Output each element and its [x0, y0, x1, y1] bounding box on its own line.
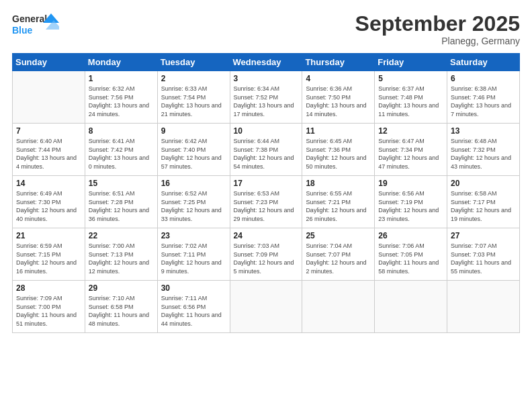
day-cell: 17Sunrise: 6:53 AM Sunset: 7:23 PM Dayli… [230, 176, 302, 228]
day-info: Sunrise: 7:02 AM Sunset: 7:11 PM Dayligh… [161, 242, 226, 275]
day-number: 14 [16, 179, 81, 188]
day-number: 7 [16, 126, 81, 136]
day-cell: 8Sunrise: 6:41 AM Sunset: 7:42 PM Daylig… [85, 124, 157, 176]
location: Planegg, Germany [355, 36, 520, 46]
day-number: 17 [234, 179, 299, 188]
day-cell: 27Sunrise: 7:07 AM Sunset: 7:03 PM Dayli… [447, 228, 520, 281]
day-number: 18 [306, 179, 371, 188]
day-info: Sunrise: 6:47 AM Sunset: 7:34 PM Dayligh… [378, 137, 443, 171]
svg-text:General: General [12, 13, 47, 24]
day-number: 27 [451, 231, 516, 240]
day-cell: 3Sunrise: 6:34 AM Sunset: 7:52 PM Daylig… [230, 71, 302, 124]
day-number: 25 [306, 231, 371, 240]
day-cell: 7Sunrise: 6:40 AM Sunset: 7:44 PM Daylig… [13, 124, 85, 176]
day-number: 4 [306, 74, 371, 83]
day-cell [375, 281, 447, 333]
day-info: Sunrise: 6:37 AM Sunset: 7:48 PM Dayligh… [378, 85, 443, 118]
day-cell: 30Sunrise: 7:11 AM Sunset: 6:56 PM Dayli… [157, 281, 230, 333]
day-cell: 4Sunrise: 6:36 AM Sunset: 7:50 PM Daylig… [302, 71, 375, 124]
week-row-3: 21Sunrise: 6:59 AM Sunset: 7:15 PM Dayli… [13, 228, 520, 281]
day-cell [13, 71, 85, 124]
day-number: 12 [378, 126, 443, 136]
day-info: Sunrise: 7:06 AM Sunset: 7:05 PM Dayligh… [378, 242, 443, 275]
week-row-2: 14Sunrise: 6:49 AM Sunset: 7:30 PM Dayli… [13, 176, 520, 228]
day-cell: 21Sunrise: 6:59 AM Sunset: 7:15 PM Dayli… [13, 228, 85, 281]
day-info: Sunrise: 6:58 AM Sunset: 7:17 PM Dayligh… [451, 189, 516, 223]
day-info: Sunrise: 6:41 AM Sunset: 7:42 PM Dayligh… [89, 137, 154, 171]
day-cell: 28Sunrise: 7:09 AM Sunset: 7:00 PM Dayli… [13, 281, 85, 333]
day-info: Sunrise: 6:44 AM Sunset: 7:38 PM Dayligh… [234, 137, 299, 171]
header: General Blue September 2025 Planegg, Ger… [12, 12, 520, 46]
day-number: 23 [161, 231, 226, 240]
day-cell: 16Sunrise: 6:52 AM Sunset: 7:25 PM Dayli… [157, 176, 230, 228]
week-row-1: 7Sunrise: 6:40 AM Sunset: 7:44 PM Daylig… [13, 124, 520, 176]
col-friday: Friday [375, 54, 447, 71]
day-info: Sunrise: 6:55 AM Sunset: 7:21 PM Dayligh… [306, 189, 371, 223]
day-number: 13 [451, 126, 516, 136]
day-number: 22 [89, 231, 154, 240]
day-number: 28 [16, 283, 81, 293]
logo: General Blue [12, 12, 59, 39]
day-info: Sunrise: 6:51 AM Sunset: 7:28 PM Dayligh… [89, 189, 154, 223]
day-info: Sunrise: 6:36 AM Sunset: 7:50 PM Dayligh… [306, 85, 371, 118]
col-thursday: Thursday [302, 54, 375, 71]
day-cell: 26Sunrise: 7:06 AM Sunset: 7:05 PM Dayli… [375, 228, 447, 281]
header-row: Sunday Monday Tuesday Wednesday Thursday… [13, 54, 520, 71]
week-row-4: 28Sunrise: 7:09 AM Sunset: 7:00 PM Dayli… [13, 281, 520, 333]
calendar: Sunday Monday Tuesday Wednesday Thursday… [12, 53, 520, 333]
col-wednesday: Wednesday [230, 54, 302, 71]
page: General Blue September 2025 Planegg, Ger… [0, 0, 532, 411]
day-info: Sunrise: 6:42 AM Sunset: 7:40 PM Dayligh… [161, 137, 226, 171]
day-number: 26 [378, 231, 443, 240]
title-block: September 2025 Planegg, Germany [355, 12, 520, 46]
day-info: Sunrise: 6:49 AM Sunset: 7:30 PM Dayligh… [16, 189, 81, 223]
day-cell: 15Sunrise: 6:51 AM Sunset: 7:28 PM Dayli… [85, 176, 157, 228]
col-monday: Monday [85, 54, 157, 71]
day-cell: 10Sunrise: 6:44 AM Sunset: 7:38 PM Dayli… [230, 124, 302, 176]
week-row-0: 1Sunrise: 6:32 AM Sunset: 7:56 PM Daylig… [13, 71, 520, 124]
day-number: 1 [89, 74, 154, 83]
day-cell: 18Sunrise: 6:55 AM Sunset: 7:21 PM Dayli… [302, 176, 375, 228]
day-cell: 19Sunrise: 6:56 AM Sunset: 7:19 PM Dayli… [375, 176, 447, 228]
day-cell: 20Sunrise: 6:58 AM Sunset: 7:17 PM Dayli… [447, 176, 520, 228]
day-info: Sunrise: 7:04 AM Sunset: 7:07 PM Dayligh… [306, 242, 371, 275]
day-number: 9 [161, 126, 226, 136]
day-info: Sunrise: 6:40 AM Sunset: 7:44 PM Dayligh… [16, 137, 81, 171]
day-info: Sunrise: 6:32 AM Sunset: 7:56 PM Dayligh… [89, 85, 154, 118]
day-cell: 22Sunrise: 7:00 AM Sunset: 7:13 PM Dayli… [85, 228, 157, 281]
day-info: Sunrise: 6:52 AM Sunset: 7:25 PM Dayligh… [161, 189, 226, 223]
day-info: Sunrise: 6:45 AM Sunset: 7:36 PM Dayligh… [306, 137, 371, 171]
day-info: Sunrise: 6:56 AM Sunset: 7:19 PM Dayligh… [378, 189, 443, 223]
day-cell: 2Sunrise: 6:33 AM Sunset: 7:54 PM Daylig… [157, 71, 230, 124]
day-cell: 12Sunrise: 6:47 AM Sunset: 7:34 PM Dayli… [375, 124, 447, 176]
logo-svg: General Blue [12, 12, 59, 39]
day-number: 3 [234, 74, 299, 83]
day-cell: 25Sunrise: 7:04 AM Sunset: 7:07 PM Dayli… [302, 228, 375, 281]
day-number: 24 [234, 231, 299, 240]
day-number: 19 [378, 179, 443, 188]
day-cell [447, 281, 520, 333]
day-number: 6 [451, 74, 516, 83]
col-sunday: Sunday [13, 54, 85, 71]
day-number: 10 [234, 126, 299, 136]
day-number: 30 [161, 283, 226, 293]
month-title: September 2025 [355, 12, 520, 36]
day-number: 2 [161, 74, 226, 83]
day-number: 20 [451, 179, 516, 188]
day-info: Sunrise: 6:34 AM Sunset: 7:52 PM Dayligh… [234, 85, 299, 118]
day-info: Sunrise: 6:38 AM Sunset: 7:46 PM Dayligh… [451, 85, 516, 118]
day-number: 21 [16, 231, 81, 240]
svg-text:Blue: Blue [12, 25, 33, 36]
day-cell: 14Sunrise: 6:49 AM Sunset: 7:30 PM Dayli… [13, 176, 85, 228]
day-number: 16 [161, 179, 226, 188]
day-cell: 13Sunrise: 6:48 AM Sunset: 7:32 PM Dayli… [447, 124, 520, 176]
day-cell: 1Sunrise: 6:32 AM Sunset: 7:56 PM Daylig… [85, 71, 157, 124]
day-info: Sunrise: 6:33 AM Sunset: 7:54 PM Dayligh… [161, 85, 226, 118]
day-cell: 23Sunrise: 7:02 AM Sunset: 7:11 PM Dayli… [157, 228, 230, 281]
day-info: Sunrise: 7:11 AM Sunset: 6:56 PM Dayligh… [161, 294, 226, 328]
col-tuesday: Tuesday [157, 54, 230, 71]
day-number: 15 [89, 179, 154, 188]
day-info: Sunrise: 6:59 AM Sunset: 7:15 PM Dayligh… [16, 242, 81, 275]
day-cell: 5Sunrise: 6:37 AM Sunset: 7:48 PM Daylig… [375, 71, 447, 124]
day-cell [302, 281, 375, 333]
